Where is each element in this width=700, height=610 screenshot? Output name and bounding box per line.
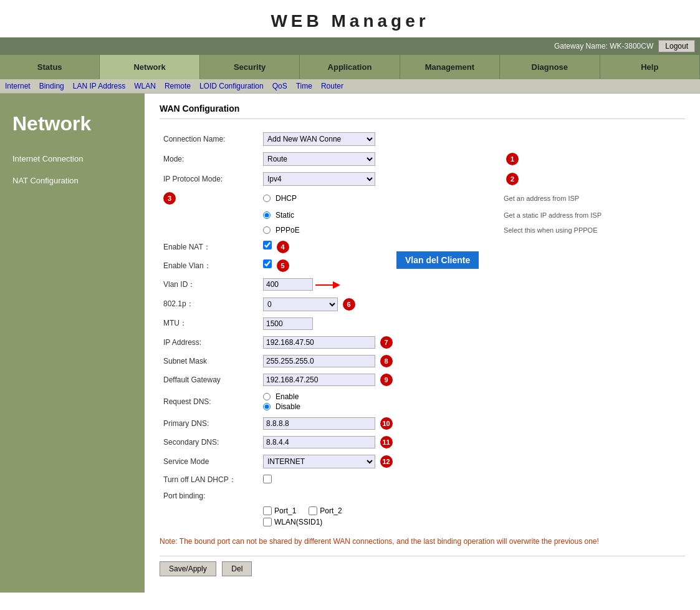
dot1p-select[interactable]: 0 — [263, 298, 338, 311]
static-desc: Get a static IP address from ISP — [500, 208, 685, 223]
ip-address-label: IP Address: — [160, 333, 259, 352]
enable-vlan-checkbox[interactable] — [263, 259, 272, 268]
primary-dns-input[interactable] — [263, 417, 375, 430]
enable-dns-label: Enable — [276, 392, 299, 401]
enable-vlan-label: Enable Vlan： — [160, 256, 259, 275]
pppoe-radio[interactable] — [263, 226, 271, 234]
enable-nat-checkbox[interactable] — [263, 241, 272, 249]
step-12: 12 — [380, 455, 393, 468]
section-title: WAN Configuration — [160, 104, 685, 114]
nav-network[interactable]: Network — [100, 55, 199, 79]
step-5: 5 — [277, 259, 289, 272]
subnav-qos[interactable]: QoS — [272, 82, 287, 90]
subnav-internet[interactable]: Internet — [5, 82, 31, 90]
static-radio[interactable] — [263, 211, 271, 219]
vlan-id-label: Vlan ID： — [160, 275, 259, 294]
wan-config-form: Connection Name: Add New WAN Conne Mode: — [160, 129, 685, 530]
subnet-mask-label: Subnet Mask — [160, 352, 259, 370]
nav-diagnose[interactable]: Diagnose — [500, 55, 600, 79]
subnav-binding[interactable]: Binding — [39, 82, 64, 90]
port-binding-label: Port binding: — [160, 488, 500, 503]
secondary-dns-row: Secondary DNS: 11 — [160, 433, 685, 452]
logout-button[interactable]: Logout — [658, 40, 695, 52]
mode-select[interactable]: Route — [263, 152, 375, 166]
nav-management[interactable]: Management — [400, 55, 500, 79]
port-binding-row: Port binding: — [160, 488, 685, 503]
subnav-router[interactable]: Router — [321, 82, 343, 90]
connection-name-select[interactable]: Add New WAN Conne — [263, 132, 375, 146]
connection-name-row: Connection Name: Add New WAN Conne — [160, 129, 685, 149]
dhcp-desc: Get an address from ISP — [500, 189, 685, 208]
service-mode-row: Service Mode INTERNET 12 — [160, 452, 685, 472]
main-nav: Status Network Security Application Mana… — [0, 55, 700, 79]
port-binding-checkboxes-row: Port_1 Port_2 WLAN(SSID1) — [160, 503, 685, 530]
gateway-label: Gateway Name: WK-3800CW — [554, 42, 653, 51]
port2-label: Port_2 — [320, 506, 342, 515]
nav-security[interactable]: Security — [200, 55, 300, 79]
dhcp-row: 3 DHCP Get an address from ISP — [160, 189, 685, 208]
pppoe-row: PPPoE Select this when using PPPOE — [160, 223, 685, 238]
default-gateway-row: Deffault Gateway 9 — [160, 370, 685, 389]
wlan-label: WLAN(SSID1) — [274, 518, 322, 526]
sidebar-title: Network — [0, 94, 145, 148]
port2-checkbox[interactable] — [309, 506, 317, 515]
sidebar-nat-configuration[interactable]: NAT Configuration — [0, 170, 145, 191]
service-mode-select[interactable]: INTERNET — [263, 455, 375, 468]
turn-off-lan-row: Turn off LAN DHCP： — [160, 472, 685, 488]
step-10: 10 — [380, 417, 393, 430]
layout: Network Internet Connection NAT Configur… — [0, 94, 700, 593]
sub-nav: Internet Binding LAN IP Address WLAN Rem… — [0, 79, 700, 94]
save-apply-button[interactable]: Save/Apply — [160, 561, 216, 576]
primary-dns-row: Primary DNS: 10 — [160, 414, 685, 433]
enable-vlan-row: Enable Vlan： 5 Vlan del Cliente — [160, 256, 685, 275]
default-gateway-label: Deffault Gateway — [160, 370, 259, 389]
del-button[interactable]: Del — [222, 561, 252, 576]
vlan-tooltip-container: Vlan del Cliente — [396, 251, 479, 269]
nav-application[interactable]: Application — [300, 55, 400, 79]
subnav-lan-ip[interactable]: LAN IP Address — [73, 82, 126, 90]
port1-item: Port_1 — [263, 506, 296, 515]
vlan-tooltip: Vlan del Cliente — [396, 251, 479, 269]
mtu-label: MTU： — [160, 314, 259, 333]
subnav-time[interactable]: Time — [296, 82, 312, 90]
subnav-loid[interactable]: LOID Configuration — [199, 82, 264, 90]
port1-label: Port_1 — [274, 506, 296, 515]
vlan-id-input[interactable] — [263, 278, 313, 291]
wlan-checkbox[interactable] — [263, 518, 272, 526]
secondary-dns-input[interactable] — [263, 436, 375, 448]
mtu-input[interactable] — [263, 317, 313, 330]
enable-nat-label: Enable NAT： — [160, 238, 259, 256]
disable-dns-label: Disable — [276, 402, 300, 411]
step-3: 3 — [163, 192, 176, 205]
port1-checkbox[interactable] — [263, 506, 272, 515]
sidebar-internet-connection[interactable]: Internet Connection — [0, 148, 145, 170]
subnet-mask-input[interactable] — [263, 355, 375, 367]
step-8: 8 — [380, 355, 393, 367]
vlan-id-row: Vlan ID： — [160, 275, 685, 294]
dhcp-radio[interactable] — [263, 195, 271, 202]
nav-status[interactable]: Status — [0, 55, 100, 79]
nav-help[interactable]: Help — [600, 55, 700, 79]
step-9: 9 — [380, 374, 393, 386]
subnav-wlan[interactable]: WLAN — [134, 82, 156, 90]
default-gateway-input[interactable] — [263, 374, 375, 386]
dot1p-label: 802.1p： — [160, 294, 259, 314]
content-area: WAN Configuration Connection Name: Add N… — [145, 94, 700, 593]
step-6: 6 — [343, 298, 355, 311]
dot1p-row: 802.1p： 0 6 — [160, 294, 685, 314]
ip-address-input[interactable] — [263, 336, 375, 349]
request-dns-label: Request DNS: — [160, 389, 259, 414]
subnav-remote[interactable]: Remote — [165, 82, 191, 90]
secondary-dns-label: Secondary DNS: — [160, 433, 259, 452]
ip-address-row: IP Address: 7 — [160, 333, 685, 352]
ip-protocol-select[interactable]: Ipv4 — [263, 172, 375, 186]
enable-dns-radio[interactable] — [263, 393, 271, 400]
ip-protocol-row: IP Protocol Mode: Ipv4 2 — [160, 169, 685, 189]
turn-off-lan-label: Turn off LAN DHCP： — [160, 472, 259, 488]
wlan-item: WLAN(SSID1) — [263, 518, 681, 526]
disable-dns-radio[interactable] — [263, 403, 271, 410]
arrow-icon — [315, 279, 340, 291]
turn-off-lan-checkbox[interactable] — [263, 475, 272, 483]
pppoe-desc: Select this when using PPPOE — [500, 223, 685, 238]
step-11: 11 — [380, 436, 393, 448]
